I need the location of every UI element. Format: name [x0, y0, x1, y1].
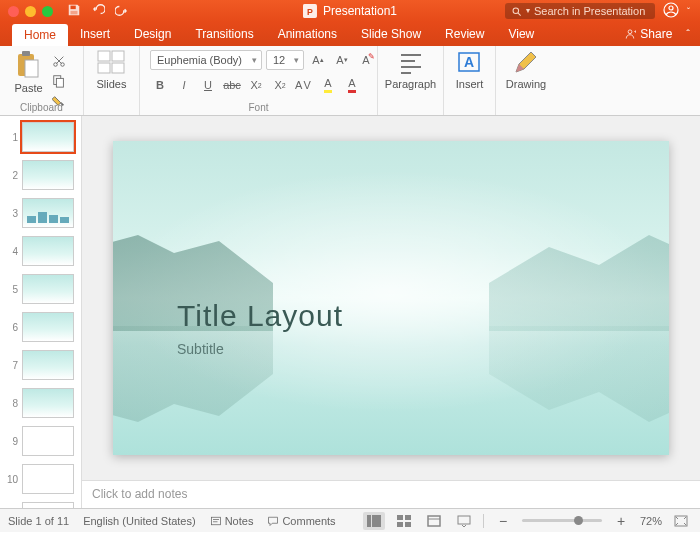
- window-controls: [0, 6, 53, 17]
- thumbnail-number: 2: [4, 170, 18, 181]
- paragraph-button[interactable]: Paragraph: [385, 50, 436, 90]
- minimize-window-button[interactable]: [25, 6, 36, 17]
- svg-rect-0: [71, 5, 76, 9]
- zoom-out-button[interactable]: −: [492, 512, 514, 530]
- thumbnail-preview[interactable]: [22, 464, 74, 494]
- character-spacing-button[interactable]: AV: [294, 76, 314, 94]
- thumbnail-number: 10: [4, 474, 18, 485]
- slide-title-placeholder[interactable]: Title Layout: [177, 299, 343, 333]
- tab-insert[interactable]: Insert: [68, 22, 122, 46]
- search-input[interactable]: ▾ Search in Presentation: [505, 3, 655, 19]
- repeat-icon[interactable]: [115, 3, 129, 20]
- font-size-select[interactable]: 12: [266, 50, 304, 70]
- highlight-button[interactable]: A: [318, 76, 338, 94]
- strikethrough-button[interactable]: abc: [222, 76, 242, 94]
- new-slide-button[interactable]: Slides: [97, 50, 127, 90]
- maximize-window-button[interactable]: [42, 6, 53, 17]
- zoom-slider[interactable]: [522, 519, 602, 522]
- reading-view-button[interactable]: [423, 512, 445, 530]
- save-icon[interactable]: [67, 3, 81, 20]
- fit-to-window-button[interactable]: [670, 512, 692, 530]
- tab-home[interactable]: Home: [12, 24, 68, 46]
- thumbnail-preview[interactable]: [22, 502, 74, 508]
- status-bar: Slide 1 of 11 English (United States) No…: [0, 508, 700, 532]
- slide-indicator[interactable]: Slide 1 of 11: [8, 515, 69, 527]
- title-bar: P Presentation1 ▾ Search in Presentation…: [0, 0, 700, 22]
- svg-rect-34: [397, 522, 403, 527]
- thumbnail-8[interactable]: 8: [0, 386, 81, 424]
- thumbnail-11[interactable]: 11: [0, 500, 81, 508]
- slideshow-view-button[interactable]: [453, 512, 475, 530]
- thumbnail-4[interactable]: 4: [0, 234, 81, 272]
- subscript-button[interactable]: X2: [270, 76, 290, 94]
- shrink-font-button[interactable]: A▾: [332, 51, 352, 69]
- svg-rect-18: [112, 51, 124, 61]
- notes-pane[interactable]: Click to add notes: [82, 480, 700, 508]
- thumbnail-number: 6: [4, 322, 18, 333]
- font-group-label: Font: [140, 102, 377, 113]
- clear-formatting-button[interactable]: A✎: [356, 51, 376, 69]
- cut-button[interactable]: [49, 52, 69, 70]
- thumbnail-preview[interactable]: [22, 236, 74, 266]
- font-color-button[interactable]: A: [342, 76, 362, 94]
- drawing-button[interactable]: Drawing: [506, 50, 546, 90]
- thumbnail-7[interactable]: 7: [0, 348, 81, 386]
- thumbnail-3[interactable]: 3: [0, 196, 81, 234]
- font-name-select[interactable]: Euphemia (Body): [150, 50, 262, 70]
- tab-transitions[interactable]: Transitions: [183, 22, 265, 46]
- tab-design[interactable]: Design: [122, 22, 183, 46]
- svg-rect-31: [372, 515, 381, 527]
- copy-button[interactable]: [49, 72, 69, 90]
- thumbnail-10[interactable]: 10: [0, 462, 81, 500]
- zoom-percent[interactable]: 72%: [640, 515, 662, 527]
- thumbnail-preview[interactable]: [22, 350, 74, 380]
- svg-point-7: [669, 6, 673, 10]
- thumbnail-2[interactable]: 2: [0, 158, 81, 196]
- normal-view-button[interactable]: [363, 512, 385, 530]
- slide-canvas[interactable]: Title Layout Subtitle: [82, 116, 700, 480]
- slide[interactable]: Title Layout Subtitle: [113, 141, 669, 455]
- tab-review[interactable]: Review: [433, 22, 496, 46]
- thumbnail-preview[interactable]: [22, 160, 74, 190]
- zoom-in-button[interactable]: +: [610, 512, 632, 530]
- italic-button[interactable]: I: [174, 76, 194, 94]
- superscript-button[interactable]: X2: [246, 76, 266, 94]
- thumbnail-preview[interactable]: [22, 122, 74, 152]
- undo-icon[interactable]: [91, 3, 105, 20]
- account-chevron-icon[interactable]: ˇ: [687, 6, 690, 16]
- thumbnail-9[interactable]: 9: [0, 424, 81, 462]
- thumbnail-1[interactable]: 1: [0, 120, 81, 158]
- comments-toggle[interactable]: Comments: [267, 515, 335, 527]
- paste-button[interactable]: Paste: [14, 50, 42, 94]
- collapse-ribbon-icon[interactable]: ˆ: [686, 28, 690, 40]
- bold-button[interactable]: B: [150, 76, 170, 94]
- tab-animations[interactable]: Animations: [266, 22, 349, 46]
- thumbnail-preview[interactable]: [22, 312, 74, 342]
- close-window-button[interactable]: [8, 6, 19, 17]
- slide-sorter-view-button[interactable]: [393, 512, 415, 530]
- share-button[interactable]: + Share: [624, 27, 672, 41]
- grow-font-button[interactable]: A▴: [308, 51, 328, 69]
- group-paragraph: Paragraph: [378, 46, 444, 115]
- thumbnail-preview[interactable]: [22, 388, 74, 418]
- tab-view[interactable]: View: [496, 22, 546, 46]
- svg-rect-11: [22, 51, 30, 56]
- slide-thumbnails-panel[interactable]: 1234567891011: [0, 116, 82, 508]
- filename-label: Presentation1: [323, 4, 397, 18]
- thumbnail-preview[interactable]: [22, 426, 74, 456]
- thumbnail-5[interactable]: 5: [0, 272, 81, 310]
- insert-button[interactable]: A Insert: [456, 50, 484, 90]
- underline-button[interactable]: U: [198, 76, 218, 94]
- thumbnail-number: 1: [4, 132, 18, 143]
- account-icon[interactable]: [663, 2, 679, 21]
- thumbnail-number: 7: [4, 360, 18, 371]
- notes-toggle[interactable]: Notes: [210, 515, 254, 527]
- tab-slide-show[interactable]: Slide Show: [349, 22, 433, 46]
- slide-editor: Title Layout Subtitle Click to add notes: [82, 116, 700, 508]
- thumbnail-6[interactable]: 6: [0, 310, 81, 348]
- language-indicator[interactable]: English (United States): [83, 515, 196, 527]
- thumbnail-preview[interactable]: [22, 198, 74, 228]
- svg-point-4: [513, 8, 519, 14]
- thumbnail-preview[interactable]: [22, 274, 74, 304]
- slide-subtitle-placeholder[interactable]: Subtitle: [177, 341, 224, 357]
